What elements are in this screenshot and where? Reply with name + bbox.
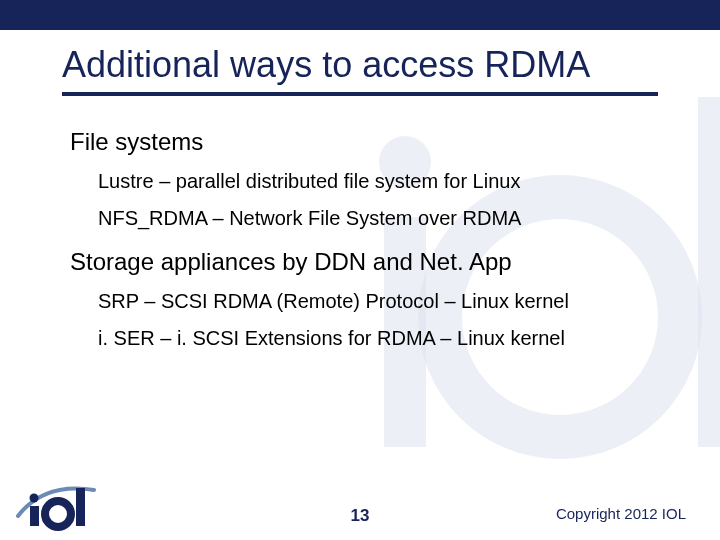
slide-title: Additional ways to access RDMA [62,44,590,86]
svg-rect-5 [30,506,39,526]
copyright-text: Copyright 2012 IOL [556,505,686,522]
section-heading: Storage appliances by DDN and Net. App [70,248,660,276]
footer-logo [14,476,104,532]
top-bar [0,0,720,30]
bullet-item: i. SER – i. SCSI Extensions for RDMA – L… [98,327,660,350]
slide: Additional ways to access RDMA File syst… [0,0,720,540]
section-heading: File systems [70,128,660,156]
svg-point-6 [45,501,71,527]
svg-rect-3 [698,97,720,447]
bullet-item: Lustre – parallel distributed file syste… [98,170,660,193]
svg-point-4 [30,494,39,503]
bullet-item: SRP – SCSI RDMA (Remote) Protocol – Linu… [98,290,660,313]
page-number: 13 [351,506,370,526]
svg-rect-7 [76,488,85,526]
slide-body: File systems Lustre – parallel distribut… [70,120,660,354]
title-underline [62,92,658,96]
bullet-item: NFS_RDMA – Network File System over RDMA [98,207,660,230]
